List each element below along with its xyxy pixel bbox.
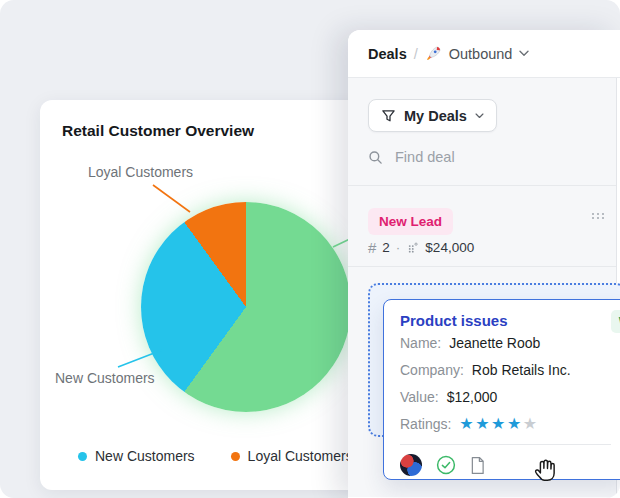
chevron-down-icon (475, 113, 484, 119)
pie-label-new-customers: New Customers (55, 370, 155, 386)
search-icon (368, 150, 383, 165)
filter-button-label: My Deals (404, 108, 467, 124)
field-label: Ratings: (400, 416, 451, 432)
pipeline-progress-icon (406, 241, 419, 254)
stage-badge-new-lead[interactable]: New Lead (368, 208, 453, 235)
rocket-icon (425, 45, 442, 62)
legend-dot-new-customers (78, 452, 87, 461)
divider (348, 266, 616, 267)
pipeline-selector[interactable]: Outbound (449, 46, 513, 62)
field-value: Jeanette Roob (449, 335, 540, 351)
separator-dot: · (396, 240, 401, 255)
status-badge: W (611, 310, 620, 333)
file-icon[interactable] (470, 456, 485, 475)
breadcrumb-separator: / (414, 46, 418, 62)
field-row-value: Value: $12,000 (400, 384, 620, 410)
field-label: Company: (400, 362, 464, 378)
pie-chart[interactable] (141, 202, 351, 412)
divider (348, 185, 616, 186)
hash-icon: # (368, 239, 376, 256)
field-label: Value: (400, 389, 439, 405)
field-row-name: Name: Jeanette Roob (400, 330, 620, 356)
deals-panel: Deals / Outbound (348, 30, 620, 498)
legend-item-loyal-customers[interactable]: Loyal Customers (231, 448, 353, 464)
deal-card-footer (400, 445, 620, 476)
search-input[interactable] (393, 148, 573, 166)
chevron-down-icon[interactable] (519, 50, 529, 57)
field-value: Rob Retails Inc. (472, 362, 571, 378)
chart-legend: New Customers Loyal Customers (78, 448, 353, 464)
deal-count: 2 (382, 240, 390, 255)
deal-card[interactable]: Product issues W Name: Jeanette Roob Com… (383, 299, 620, 480)
deals-breadcrumb: Deals / Outbound (348, 30, 620, 78)
funnel-icon (381, 109, 396, 123)
rating-stars[interactable]: ★★★★★ (459, 416, 538, 432)
legend-dot-loyal-customers (231, 452, 240, 461)
legend-label: New Customers (95, 448, 195, 464)
field-label: Name: (400, 335, 441, 351)
app-window: Retail Customer Overview Loyal Customers… (0, 0, 620, 498)
deal-title-link[interactable]: Product issues (400, 312, 620, 329)
retail-overview-card: Retail Customer Overview Loyal Customers… (40, 100, 370, 490)
legend-label: Loyal Customers (248, 448, 353, 464)
my-deals-filter-button[interactable]: My Deals (368, 99, 497, 132)
legend-item-new-customers[interactable]: New Customers (78, 448, 195, 464)
avatar[interactable] (400, 454, 422, 476)
drag-handle-icon[interactable] (590, 211, 606, 221)
stage-total-value: $24,000 (425, 240, 474, 255)
field-row-company: Company: Rob Retails Inc. (400, 357, 620, 383)
field-row-ratings: Ratings: ★★★★★ (400, 411, 620, 437)
chart-title: Retail Customer Overview (62, 122, 254, 140)
pipeline-column: My Deals New Lead # (348, 78, 620, 497)
field-value: $12,000 (447, 389, 498, 405)
check-circle-icon[interactable] (436, 455, 456, 475)
breadcrumb-deals[interactable]: Deals (368, 46, 407, 62)
pie-label-loyal-customers: Loyal Customers (88, 164, 193, 180)
deal-search (368, 148, 573, 166)
stage-summary: # 2 · $24,000 (368, 239, 474, 256)
